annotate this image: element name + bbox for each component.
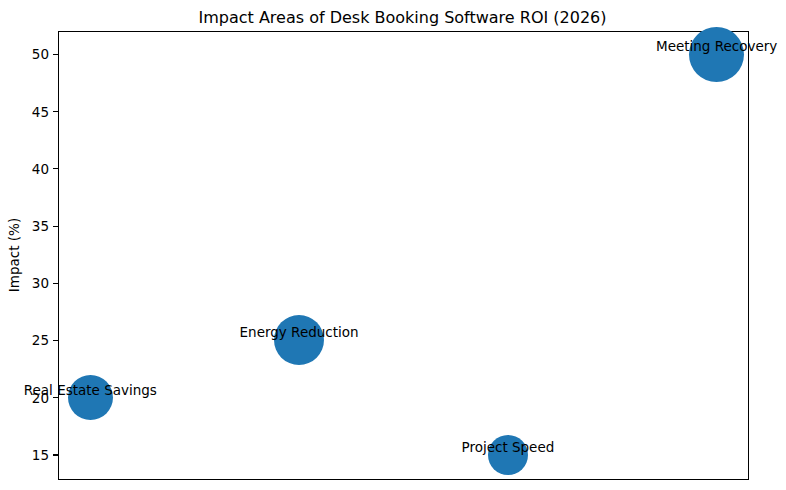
y-tick-label-30: 30 — [32, 275, 49, 291]
bubble-label-meeting-recovery: Meeting Recovery — [656, 38, 777, 54]
y-tick-mark-30 — [53, 283, 58, 284]
chart-title: Impact Areas of Desk Booking Software RO… — [58, 9, 747, 27]
y-tick-label-35: 35 — [32, 218, 49, 234]
y-tick-mark-45 — [53, 111, 58, 112]
bubble-label-real-estate-savings: Real Estate Savings — [24, 382, 157, 398]
bubble-meeting-recovery — [689, 27, 744, 82]
y-tick-mark-50 — [53, 54, 58, 55]
bubble-energy-reduction — [274, 315, 324, 365]
y-tick-label-40: 40 — [32, 161, 49, 177]
bubble-label-project-speed: Project Speed — [461, 439, 554, 455]
chart-figure: Impact Areas of Desk Booking Software RO… — [0, 0, 786, 490]
y-tick-label-15: 15 — [32, 447, 49, 463]
y-tick-label-25: 25 — [32, 332, 49, 348]
plot-area: 5045403530252015Real Estate SavingsEnerg… — [58, 31, 749, 480]
y-tick-mark-40 — [53, 168, 58, 169]
y-tick-mark-15 — [53, 454, 58, 455]
y-tick-label-50: 50 — [32, 46, 49, 62]
y-tick-mark-35 — [53, 226, 58, 227]
bubble-label-energy-reduction: Energy Reduction — [240, 324, 359, 340]
y-tick-label-45: 45 — [32, 104, 49, 120]
y-axis-label: Impact (%) — [6, 218, 22, 292]
y-tick-mark-25 — [53, 340, 58, 341]
